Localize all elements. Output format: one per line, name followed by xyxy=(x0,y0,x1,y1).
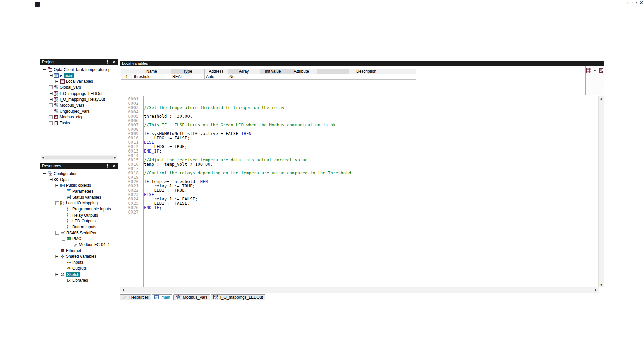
tree-item-label[interactable]: Local variables xyxy=(66,79,93,84)
tree-item-label[interactable]: Outputs xyxy=(72,266,87,271)
editor-horizontal-scrollbar[interactable] xyxy=(120,287,599,293)
tree-item[interactable]: Programmable Inputs xyxy=(41,206,117,212)
tree-item-label[interactable]: Public objects xyxy=(66,183,91,188)
expander-minus-icon[interactable] xyxy=(49,74,53,77)
scroll-left-icon[interactable] xyxy=(120,287,126,292)
tree-item[interactable]: GGlobal_vars xyxy=(41,84,117,90)
cell-init_value[interactable] xyxy=(260,74,286,80)
tree-item[interactable]: LED Outputs xyxy=(41,218,117,224)
tree-item-label[interactable]: Button Inputs xyxy=(72,225,96,229)
tree-item-label[interactable]: Modbus_cfg xyxy=(60,115,82,119)
pin-icon[interactable] xyxy=(105,164,110,168)
tree-item-label[interactable]: I_O_mappings_LEDOut xyxy=(60,91,102,96)
tree-item[interactable]: Local variables xyxy=(41,78,117,84)
tree-item-label[interactable]: Shared variables xyxy=(66,254,96,259)
expander-plus-icon[interactable] xyxy=(49,103,53,107)
tree-item-label[interactable]: Parameters xyxy=(72,189,93,194)
expander-minus-icon[interactable] xyxy=(43,172,46,175)
tree-item-label[interactable]: Ethernet xyxy=(66,248,81,253)
tree-item-label[interactable]: main xyxy=(64,73,74,78)
tree-item[interactable]: Outputs xyxy=(41,265,117,272)
tree-item[interactable]: Local IO Mapping xyxy=(41,200,117,206)
scroll-left-icon[interactable] xyxy=(41,155,45,160)
tree-item[interactable]: Libraries xyxy=(41,277,117,283)
tree-item[interactable]: Opta xyxy=(41,177,117,183)
tree-item-label[interactable]: Tasks xyxy=(60,121,70,125)
expander-minus-icon[interactable] xyxy=(55,273,59,276)
expander-minus-icon[interactable] xyxy=(55,231,59,235)
watch-glasses-icon[interactable] xyxy=(593,68,597,74)
tree-item-label[interactable]: Ungrouped_vars xyxy=(60,109,90,114)
tree-item[interactable]: Configuration xyxy=(41,171,117,177)
expander-minus-icon[interactable] xyxy=(55,255,59,258)
expander-plus-icon[interactable] xyxy=(49,115,53,119)
project-horizontal-scrollbar[interactable] xyxy=(41,155,117,160)
tree-item[interactable]: Opta-Client-Tank-temperature-p xyxy=(41,67,117,73)
tree-item[interactable]: GI_O_mappings_LEDOut xyxy=(41,90,117,97)
scroll-up-icon[interactable] xyxy=(599,96,604,101)
tree-item[interactable]: PMC xyxy=(41,236,117,242)
close-icon[interactable] xyxy=(111,164,116,168)
tree-item-label[interactable]: Modbus FC-04_1 xyxy=(79,242,110,247)
tab-i-o-mappings-ledout[interactable]: GI_O_mappings_LEDOut xyxy=(211,294,265,300)
tab-close-icon[interactable] xyxy=(639,1,643,4)
doc-icon[interactable] xyxy=(599,68,603,74)
tree-item-label[interactable]: Inputs xyxy=(72,260,84,265)
tree-item-label[interactable]: Opta-Client-Tank-temperature-p xyxy=(54,67,110,72)
cell-address[interactable]: Auto xyxy=(205,74,228,80)
tree-item-label[interactable]: Libraries xyxy=(72,278,88,283)
editor-vertical-scrollbar[interactable] xyxy=(598,96,604,287)
scroll-right-icon[interactable] xyxy=(113,155,117,160)
tree-item[interactable]: Modbus_cfg xyxy=(41,114,117,120)
tree-item[interactable]: GI_O_mappings_RelayOut xyxy=(41,96,117,102)
scroll-right-icon[interactable] xyxy=(593,287,599,292)
cell-array[interactable]: No xyxy=(228,74,260,80)
expander-minus-icon[interactable] xyxy=(43,68,46,71)
tree-item[interactable]: Tasks xyxy=(41,120,117,126)
tab-scroll-right-icon[interactable] xyxy=(631,1,634,4)
tree-item-label[interactable]: Sketch xyxy=(66,272,80,277)
tree-item[interactable]: Button Inputs xyxy=(41,224,117,230)
tree-item-label[interactable]: PMC xyxy=(72,236,82,241)
code-editor[interactable]: 000100020003//Set the temperature thresh… xyxy=(120,96,604,293)
expander-plus-icon[interactable] xyxy=(49,98,53,101)
tab-scroll-left-icon[interactable] xyxy=(626,1,629,4)
expander-plus-icon[interactable] xyxy=(55,80,59,83)
tree-item[interactable]: Pmain xyxy=(41,73,117,79)
tree-item-label[interactable]: Modbus_Vars xyxy=(60,103,84,108)
tree-item[interactable]: GModbus_Vars xyxy=(41,102,117,108)
tree-item-label[interactable]: RS485 SerialPort xyxy=(66,231,98,235)
table-grid-icon[interactable] xyxy=(586,68,591,74)
tree-item[interactable]: Parameters xyxy=(41,188,117,194)
expander-plus-icon[interactable] xyxy=(49,92,53,95)
tree-item-label[interactable]: Local IO Mapping xyxy=(66,201,98,205)
code-area[interactable]: 000100020003//Set the temperature thresh… xyxy=(120,96,599,287)
tree-item[interactable]: RS485 SerialPort xyxy=(41,230,117,236)
tree-item-label[interactable]: Programmable Inputs xyxy=(72,207,111,212)
expander-minus-icon[interactable] xyxy=(55,184,59,187)
tree-item[interactable]: Sketch xyxy=(41,272,117,278)
expander-minus-icon[interactable] xyxy=(55,201,59,205)
tree-item[interactable]: Ethernet xyxy=(41,248,117,254)
cell-name[interactable]: threshold xyxy=(132,74,171,80)
tree-item[interactable]: Shared variables xyxy=(41,254,117,260)
tree-item[interactable]: Inputs xyxy=(41,259,117,265)
tree-item[interactable]: GUngrouped_vars xyxy=(41,108,117,114)
tree-item-label[interactable]: Status variables xyxy=(72,195,101,200)
expander-minus-icon[interactable] xyxy=(49,178,53,181)
tab-list-dropdown-icon[interactable] xyxy=(635,1,637,4)
tree-item[interactable]: Status variables xyxy=(41,194,117,200)
scroll-down-icon[interactable] xyxy=(599,283,604,287)
tab-main[interactable]: main xyxy=(152,294,172,300)
tree-item[interactable]: Public objects xyxy=(41,182,117,188)
tree-item-label[interactable]: Opta xyxy=(60,177,69,182)
tree-item-label[interactable]: Configuration xyxy=(54,171,77,176)
tree-item-label[interactable]: LED Outputs xyxy=(72,219,96,223)
cell-type[interactable]: REAL xyxy=(171,74,205,80)
expander-plus-icon[interactable] xyxy=(49,121,53,125)
pin-icon[interactable] xyxy=(105,60,110,64)
tree-item[interactable]: Relay Outputs xyxy=(41,212,117,218)
tree-item-label[interactable]: Relay Outputs xyxy=(72,213,98,218)
scrollbar-thumb[interactable] xyxy=(45,156,113,159)
tab-resources[interactable]: Resources xyxy=(120,294,151,300)
